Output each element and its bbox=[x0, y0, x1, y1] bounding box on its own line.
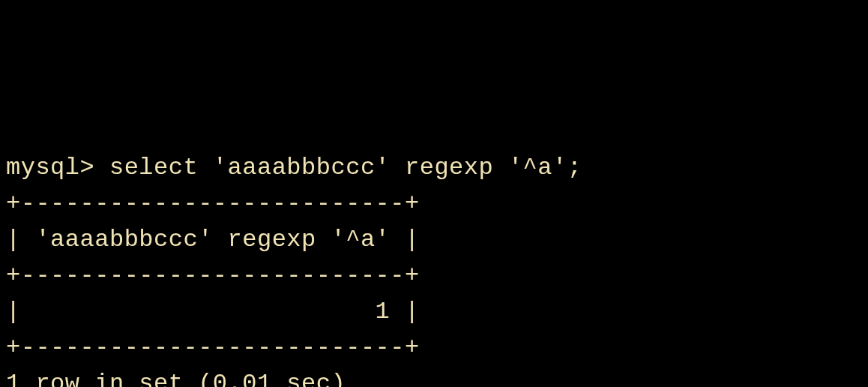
table-header-row: | 'aaaabbbccc' regexp '^a' | bbox=[6, 226, 420, 254]
table-data-row: | 1 | bbox=[6, 298, 420, 326]
mysql-prompt: mysql> bbox=[6, 154, 94, 182]
terminal-output: mysql> select 'aaaabbbccc' regexp '^a'; … bbox=[6, 150, 862, 387]
table-border-top: +--------------------------+ bbox=[6, 190, 420, 218]
sql-command: select 'aaaabbbccc' regexp '^a'; bbox=[109, 154, 582, 182]
query-status: 1 row in set (0.01 sec) bbox=[6, 370, 346, 387]
table-border-mid: +--------------------------+ bbox=[6, 262, 420, 290]
table-border-bottom: +--------------------------+ bbox=[6, 334, 420, 362]
